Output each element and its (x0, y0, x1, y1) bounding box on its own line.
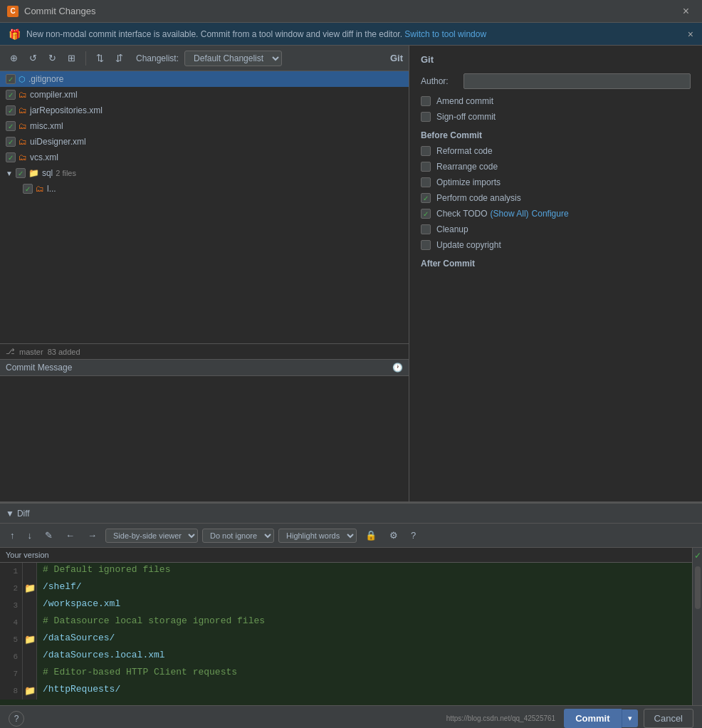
copyright-checkbox[interactable] (421, 240, 431, 250)
commit-message-input[interactable] (0, 376, 409, 487)
rollback-button[interactable]: ↺ (25, 50, 41, 66)
line-content-5: /dataSources/ (37, 631, 692, 648)
line-number-5: 5 (0, 631, 23, 648)
before-commit-title: Before Commit (421, 130, 691, 140)
author-label: Author: (421, 76, 463, 86)
commit-button-group: Commit ▾ Cancel (564, 709, 693, 728)
prev-diff-button[interactable]: ↑ (6, 528, 19, 543)
help-diff-button[interactable]: ? (407, 528, 420, 543)
collapse-all-button[interactable]: ⇵ (111, 50, 127, 66)
file-checkbox-compiler[interactable] (6, 90, 16, 100)
reformat-checkbox[interactable] (421, 146, 431, 156)
file-tree: ⬡ .gitignore 🗂 compiler.xml 🗂 jarReposit… (0, 71, 409, 343)
diff-section: ▼ Diff ↑ ↓ ✎ ← → Side-by-side viewer Do … (0, 502, 702, 705)
rearrange-checkbox[interactable] (421, 162, 431, 172)
line-icon-5: 📁 (23, 631, 37, 648)
filename-gitignore: .gitignore (28, 74, 63, 84)
diff-line-7: 7 # Editor-based HTTP Client requests (0, 665, 692, 682)
analyze-checkbox[interactable] (421, 193, 431, 203)
next-diff-button[interactable]: ↓ (23, 528, 37, 543)
cancel-button[interactable]: Cancel (644, 709, 693, 728)
diff-expand-icon[interactable]: ▼ (6, 509, 14, 519)
window-title: Commit Changes (24, 6, 677, 16)
line-number-6: 6 (0, 648, 23, 665)
commit-button[interactable]: Commit (564, 709, 621, 728)
signoff-checkbox[interactable] (421, 112, 431, 122)
file-checkbox-l[interactable] (23, 184, 33, 194)
diff-line-1: 1 # Default ignored files (0, 563, 692, 580)
filename-misc: misc.xml (30, 121, 63, 131)
diff-line-6: 6 /dataSources.local.xml (0, 648, 692, 665)
branch-status: 83 added (48, 348, 80, 356)
file-icon-uidesigner: 🗂 (19, 137, 27, 147)
back-button[interactable]: ← (61, 528, 79, 543)
move-to-changelist-button[interactable]: ⊕ (6, 50, 22, 66)
ignore-select[interactable]: Do not ignore (202, 529, 274, 543)
sql-file-count: 2 files (56, 169, 76, 177)
file-checkbox-uidesigner[interactable] (6, 137, 16, 147)
file-item-uidesigner[interactable]: 🗂 uiDesigner.xml (0, 134, 409, 150)
commit-dropdown-button[interactable]: ▾ (622, 709, 638, 727)
file-checkbox-vcs[interactable] (6, 152, 16, 162)
reformat-row: Reformat code (421, 146, 691, 156)
switch-to-tool-window-link[interactable]: Switch to tool window (404, 29, 486, 39)
author-input[interactable] (463, 73, 691, 89)
file-item-misc[interactable]: 🗂 misc.xml (0, 118, 409, 134)
filename-vcs: vcs.xml (30, 152, 58, 162)
filename-uidesigner: uiDesigner.xml (30, 137, 86, 147)
window-close-button[interactable]: × (677, 2, 695, 21)
cleanup-checkbox[interactable] (421, 224, 431, 234)
help-button[interactable]: ? (9, 711, 24, 727)
optimize-checkbox[interactable] (421, 177, 431, 187)
reformat-label: Reformat code (436, 146, 493, 156)
expand-all-button[interactable]: ⇅ (92, 50, 108, 66)
file-icon-vcs: 🗂 (19, 152, 27, 162)
commit-message-section: Commit Message 🕐 (0, 359, 409, 501)
line-icon-7 (23, 665, 37, 682)
group-by-button[interactable]: ⊞ (63, 50, 80, 66)
commit-message-header: Commit Message 🕐 (0, 360, 409, 376)
file-item-jar[interactable]: 🗂 jarRepositories.xml (0, 103, 409, 118)
recent-messages-button[interactable]: 🕐 (392, 363, 403, 373)
file-item-gitignore[interactable]: ⬡ .gitignore (0, 71, 409, 87)
file-item-sql-folder[interactable]: ▼ 📁 sql 2 files (0, 165, 409, 181)
viewer-select[interactable]: Side-by-side viewer (105, 529, 198, 543)
file-item-compiler[interactable]: 🗂 compiler.xml (0, 87, 409, 103)
info-bar-close-button[interactable]: × (688, 28, 693, 40)
configure-link[interactable]: Configure (532, 209, 569, 219)
file-checkbox-gitignore[interactable] (6, 74, 16, 84)
amend-label-text: Amend commit (436, 96, 493, 106)
file-checkbox-misc[interactable] (6, 121, 16, 131)
scrollbar-thumb[interactable] (695, 566, 701, 609)
line-icon-3 (23, 597, 37, 614)
file-item-vcs[interactable]: 🗂 vcs.xml (0, 150, 409, 165)
highlight-select[interactable]: Highlight words (278, 529, 357, 543)
toolbar-divider (85, 51, 86, 66)
diff-header: ▼ Diff (0, 504, 702, 524)
changelist-select[interactable]: Default Changelist (184, 51, 282, 66)
author-row: Author: (421, 73, 691, 89)
changelist-label: Changelist: (136, 53, 179, 63)
file-checkbox-sql[interactable] (16, 168, 26, 178)
info-icon: 🎁 (9, 28, 21, 40)
folder-arrow-sql: ▼ (6, 170, 13, 177)
checktodo-checkbox[interactable] (421, 209, 431, 219)
diff-line-8: 8 📁 /httpRequests/ (0, 682, 692, 700)
file-checkbox-jar[interactable] (6, 105, 16, 115)
settings-button[interactable]: ⚙ (385, 528, 402, 543)
edit-button[interactable]: ✎ (41, 528, 57, 543)
checktodo-label: Check TODO (436, 209, 488, 219)
line-icon-2: 📁 (23, 580, 37, 597)
lock-button[interactable]: 🔒 (361, 528, 381, 543)
rearrange-label: Rearrange code (436, 162, 498, 172)
amend-commit-checkbox[interactable] (421, 96, 431, 106)
show-all-link[interactable]: (Show All) (491, 209, 529, 219)
refresh-button[interactable]: ↻ (44, 50, 61, 66)
diff-header-title: ▼ Diff (6, 509, 30, 519)
diff-line-5: 5 📁 /dataSources/ (0, 631, 692, 648)
foldername-sql: sql (42, 168, 53, 178)
signoff-row: Sign-off commit (421, 112, 691, 122)
file-icon-jar: 🗂 (19, 105, 27, 115)
forward-button[interactable]: → (83, 528, 101, 543)
file-item-l[interactable]: 🗂 l... (0, 181, 409, 197)
